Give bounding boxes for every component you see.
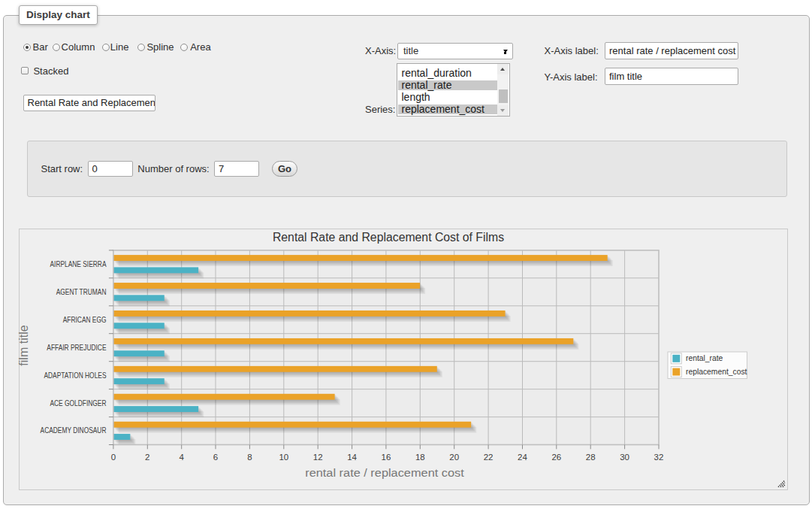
svg-text:10: 10 <box>279 452 288 461</box>
svg-text:18: 18 <box>415 452 425 461</box>
svg-text:22: 22 <box>484 452 494 461</box>
svg-text:8: 8 <box>247 452 252 461</box>
svg-text:20: 20 <box>449 452 459 461</box>
svg-text:24: 24 <box>518 452 527 461</box>
svg-text:6: 6 <box>213 452 218 461</box>
svg-text:4: 4 <box>179 452 184 461</box>
svg-text:rental_rate: rental_rate <box>686 353 723 362</box>
svg-text:Rental Rate and Replacement Co: Rental Rate and Replacement Cost of Film… <box>273 231 504 244</box>
svg-text:32: 32 <box>654 452 664 461</box>
svg-text:14: 14 <box>347 452 357 461</box>
svg-text:AIRPLANE SIERRA: AIRPLANE SIERRA <box>50 260 107 268</box>
svg-text:film title: film title <box>17 325 30 365</box>
svg-text:ACADEMY DINOSAUR: ACADEMY DINOSAUR <box>41 426 107 435</box>
svg-text:12: 12 <box>313 452 323 461</box>
svg-text:2: 2 <box>145 452 149 461</box>
svg-text:ACE GOLDFINGER: ACE GOLDFINGER <box>50 398 106 407</box>
svg-text:AFFAIR PREJUDICE: AFFAIR PREJUDICE <box>47 344 106 352</box>
svg-text:26: 26 <box>551 452 561 461</box>
svg-text:replacement_cost: replacement_cost <box>686 366 747 375</box>
svg-text:rental rate / replacement cost: rental rate / replacement cost <box>305 467 464 479</box>
svg-text:AGENT TRUMAN: AGENT TRUMAN <box>56 288 107 296</box>
svg-text:28: 28 <box>586 452 596 461</box>
svg-text:30: 30 <box>620 452 629 461</box>
svg-text:0: 0 <box>111 452 116 461</box>
svg-text:16: 16 <box>382 452 391 461</box>
svg-text:AFRICAN EGG: AFRICAN EGG <box>63 316 107 324</box>
svg-text:ADAPTATION HOLES: ADAPTATION HOLES <box>44 371 106 379</box>
